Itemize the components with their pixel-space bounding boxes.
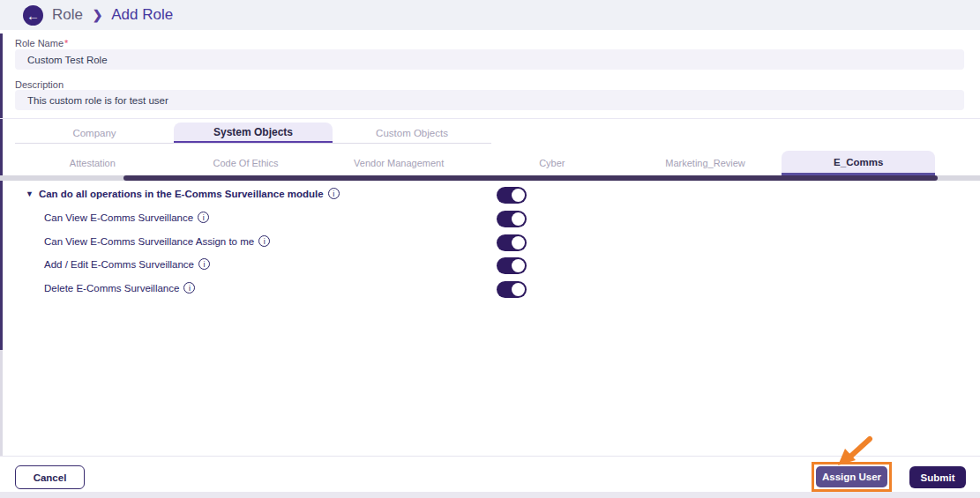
- back-button[interactable]: ←: [23, 5, 43, 26]
- info-icon[interactable]: i: [258, 235, 270, 247]
- toggle-knob: [512, 212, 525, 226]
- breadcrumb-role[interactable]: Role: [52, 6, 83, 23]
- toggle-knob: [512, 189, 525, 202]
- form-divider: [0, 118, 980, 119]
- module-tab-bar: Attestation Code Of Ethics Vendor Manage…: [16, 151, 935, 175]
- role-name-label: Role Name*: [15, 38, 68, 48]
- toggle-knob: [512, 236, 525, 249]
- assign-user-button[interactable]: Assign User: [816, 466, 887, 487]
- submit-button[interactable]: Submit: [909, 466, 966, 488]
- footer-divider: [0, 456, 980, 457]
- breadcrumb: Role ❯ Add Role: [52, 6, 173, 24]
- tab-code-of-ethics[interactable]: Code Of Ethics: [169, 151, 323, 175]
- toggle-knob: [512, 283, 525, 296]
- toggle-add-edit[interactable]: [497, 257, 527, 274]
- tab-custom-objects[interactable]: Custom Objects: [333, 123, 491, 143]
- back-arrow-icon: ←: [26, 9, 40, 22]
- toggle-can-view[interactable]: [497, 211, 527, 227]
- info-icon[interactable]: i: [198, 212, 209, 223]
- collapse-caret-icon[interactable]: ▼: [26, 190, 34, 198]
- tab-system-objects[interactable]: System Objects: [174, 123, 333, 143]
- toggle-all-operations[interactable]: [497, 187, 527, 204]
- permission-row: Can View E-Comms Surveillance i: [0, 209, 980, 230]
- main-tab-bar: Company System Objects Custom Objects: [15, 123, 491, 144]
- permission-row: Add / Edit E-Comms Surveillance i: [0, 256, 980, 277]
- role-name-input[interactable]: [15, 49, 964, 70]
- description-input[interactable]: [15, 90, 964, 110]
- horizontal-scrollbar-track[interactable]: [0, 175, 980, 181]
- permission-row: ▼ Can do all operations in the E-Comms S…: [0, 185, 980, 206]
- info-icon[interactable]: i: [328, 188, 340, 199]
- toggle-knob: [512, 259, 525, 272]
- tab-attestation[interactable]: Attestation: [16, 151, 169, 175]
- breadcrumb-add-role: Add Role: [111, 6, 173, 23]
- tab-e-comms[interactable]: E_Comms: [782, 151, 935, 175]
- cancel-button[interactable]: Cancel: [15, 465, 85, 489]
- tab-vendor-management[interactable]: Vendor Management: [322, 151, 475, 175]
- permission-label-add-edit: Add / Edit E-Comms Surveillance i: [44, 258, 210, 270]
- info-icon[interactable]: i: [183, 282, 195, 294]
- bottom-strip: [0, 492, 980, 498]
- add-role-page: ← Role ❯ Add Role Role Name* Description…: [0, 0, 980, 498]
- page-header: ← Role ❯ Add Role: [0, 0, 980, 30]
- permission-label-can-view-assigned: Can View E-Comms Surveillance Assign to …: [44, 235, 270, 247]
- permission-label-can-view: Can View E-Comms Surveillance i: [44, 212, 209, 223]
- tab-cyber[interactable]: Cyber: [475, 151, 629, 175]
- permission-label-delete: Delete E-Comms Surveillance i: [44, 282, 195, 294]
- permission-row: Can View E-Comms Surveillance Assign to …: [0, 233, 980, 254]
- permission-label-all-operations: ▼ Can do all operations in the E-Comms S…: [26, 188, 340, 199]
- info-icon[interactable]: i: [198, 258, 210, 270]
- required-asterisk: *: [64, 38, 68, 48]
- tab-company[interactable]: Company: [15, 123, 174, 143]
- horizontal-scrollbar-thumb[interactable]: [123, 175, 938, 181]
- chevron-right-icon: ❯: [93, 8, 103, 22]
- description-label: Description: [15, 79, 64, 90]
- toggle-can-view-assigned[interactable]: [497, 234, 527, 251]
- tab-marketing-review[interactable]: Marketing_Review: [629, 151, 782, 175]
- toggle-delete[interactable]: [497, 281, 527, 298]
- permission-row: Delete E-Comms Surveillance i: [0, 279, 980, 301]
